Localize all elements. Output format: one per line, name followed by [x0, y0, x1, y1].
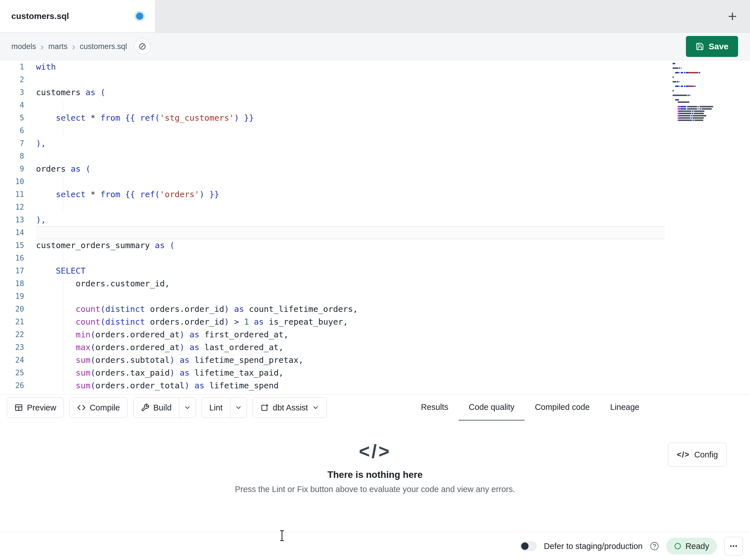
defer-toggle[interactable]	[520, 541, 536, 551]
line-number: 7	[0, 137, 24, 150]
chevron-down-icon	[184, 404, 191, 411]
preview-button[interactable]: Preview	[7, 397, 64, 418]
empty-state-title: There is nothing here	[328, 469, 423, 480]
code-area: 1with23customers as (45 select * from {{…	[0, 61, 750, 392]
code-editor[interactable]: 1with23customers as (45 select * from {{…	[0, 61, 750, 394]
code-line[interactable]: 16	[0, 252, 750, 265]
line-number: 2	[0, 74, 24, 86]
save-icon	[695, 42, 704, 51]
code-line-text: sum(orders.subtotal) as lifetime_spend_p…	[36, 354, 665, 367]
line-number: 22	[0, 328, 24, 341]
minimap[interactable]	[673, 63, 715, 122]
code-line-text	[36, 201, 665, 213]
code-line[interactable]: 22 min(orders.ordered_at) as first_order…	[0, 328, 750, 341]
code-line[interactable]: 20 count(distinct orders.order_id) as co…	[0, 303, 750, 315]
line-number: 18	[0, 277, 24, 290]
table-icon	[15, 403, 23, 412]
code-line[interactable]: 26 sum(orders.order_total) as lifetime_s…	[0, 379, 750, 392]
wrench-icon	[141, 403, 150, 412]
more-options-button[interactable]	[724, 537, 743, 556]
save-button[interactable]: Save	[686, 36, 738, 57]
lint-split-button: Lint	[202, 397, 247, 418]
code-line-text: count(distinct orders.order_id) as count…	[36, 303, 665, 315]
code-icon	[77, 403, 86, 412]
code-line[interactable]: 14	[0, 226, 750, 239]
line-number: 25	[0, 367, 24, 379]
compile-button[interactable]: Compile	[70, 397, 127, 418]
save-button-label: Save	[709, 42, 728, 51]
code-line-text: orders.customer_id,	[36, 277, 665, 290]
build-split-button: Build	[133, 397, 196, 418]
code-line[interactable]: 8	[0, 150, 750, 163]
new-tab-button[interactable]: +	[724, 8, 741, 25]
code-line-text	[36, 99, 665, 111]
code-line[interactable]: 1with	[0, 61, 750, 74]
action-toolbar: Preview Compile Build	[0, 394, 750, 421]
lint-button[interactable]: Lint	[202, 398, 230, 417]
ready-status-badge[interactable]: Ready	[666, 538, 717, 554]
code-line[interactable]: 17 SELECT	[0, 265, 750, 277]
config-button[interactable]: </> Config	[668, 443, 727, 466]
code-line[interactable]: 11 select * from {{ ref('orders') }}	[0, 188, 750, 201]
tab-code-quality[interactable]: Code quality	[458, 395, 525, 421]
line-number: 15	[0, 239, 24, 252]
line-number: 10	[0, 175, 24, 188]
lint-dropdown-toggle[interactable]	[230, 398, 247, 417]
build-dropdown-toggle[interactable]	[179, 398, 196, 417]
code-line-text: sum(orders.order_total) as lifetime_spen…	[36, 379, 665, 392]
tab-customers-sql[interactable]: customers.sql	[0, 0, 155, 32]
code-line-text	[36, 124, 665, 137]
dbt-assist-button[interactable]: dbt Assist	[253, 397, 327, 418]
code-line[interactable]: 25 sum(orders.tax_paid) as lifetime_tax_…	[0, 367, 750, 379]
defer-label: Defer to staging/production	[544, 542, 643, 551]
ready-status-label: Ready	[685, 542, 709, 551]
tab-results[interactable]: Results	[411, 395, 458, 421]
unsaved-changes-indicator	[136, 13, 143, 20]
code-line[interactable]: 18 orders.customer_id,	[0, 277, 750, 290]
build-button-label: Build	[153, 403, 172, 412]
help-icon[interactable]	[650, 542, 659, 551]
tab-lineage[interactable]: Lineage	[600, 395, 650, 421]
code-line[interactable]: 7),	[0, 137, 750, 150]
code-line-text	[36, 150, 665, 163]
model-info-button[interactable]	[134, 39, 150, 55]
code-line[interactable]: 23 max(orders.ordered_at) as last_ordere…	[0, 341, 750, 354]
code-line-text: customers as (	[36, 86, 665, 99]
code-line[interactable]: 4	[0, 99, 750, 111]
assist-compose-icon	[260, 403, 269, 412]
line-number: 24	[0, 354, 24, 367]
code-line-text: customer_orders_summary as (	[36, 239, 665, 252]
line-number: 19	[0, 290, 24, 303]
code-line[interactable]: 15customer_orders_summary as (	[0, 239, 750, 252]
code-icon: </>	[677, 450, 690, 459]
build-button[interactable]: Build	[134, 398, 179, 417]
line-number: 3	[0, 86, 24, 99]
code-line[interactable]: 21 count(distinct orders.order_id) > 1 a…	[0, 315, 750, 328]
code-line[interactable]: 12	[0, 201, 750, 213]
code-line[interactable]: 3customers as (	[0, 86, 750, 99]
plus-icon: +	[728, 8, 737, 24]
code-line[interactable]: 13),	[0, 213, 750, 226]
code-line-text: sum(orders.tax_paid) as lifetime_tax_pai…	[36, 367, 665, 379]
code-line[interactable]: 10	[0, 175, 750, 188]
code-line[interactable]: 24 sum(orders.subtotal) as lifetime_spen…	[0, 354, 750, 367]
code-line-text: with	[36, 61, 665, 74]
code-line-text: select * from {{ ref('stg_customers') }}	[36, 111, 665, 124]
status-bar: Defer to staging/production Ready	[0, 532, 750, 560]
code-line[interactable]: 19	[0, 290, 750, 303]
line-number: 13	[0, 213, 24, 226]
code-line-text: SELECT	[36, 265, 665, 277]
breadcrumb-item-marts[interactable]: marts	[48, 42, 67, 51]
code-line[interactable]: 5 select * from {{ ref('stg_customers') …	[0, 111, 750, 124]
code-line-text	[36, 290, 665, 303]
line-number: 14	[0, 226, 24, 239]
code-line[interactable]: 6	[0, 124, 750, 137]
code-line-text: ),	[36, 137, 665, 150]
code-line[interactable]: 2	[0, 74, 750, 86]
breadcrumb-item-models[interactable]: models	[11, 42, 36, 51]
breadcrumb-item-file[interactable]: customers.sql	[80, 42, 127, 51]
code-line-text: select * from {{ ref('orders') }}	[36, 188, 665, 201]
tab-compiled-code[interactable]: Compiled code	[525, 395, 600, 421]
code-line[interactable]: 9orders as (	[0, 163, 750, 175]
code-line-text	[36, 74, 665, 86]
